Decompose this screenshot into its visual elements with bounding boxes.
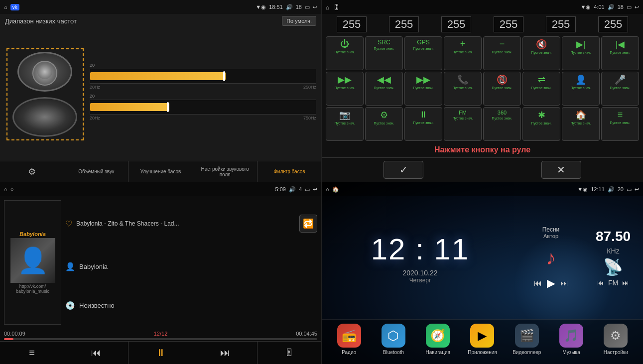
sw-btn-ff[interactable]: ▶▶ Пустое знач. bbox=[326, 72, 364, 106]
app-music[interactable]: 🎵 Музыка bbox=[554, 324, 589, 360]
settings-app-label: Настройки bbox=[604, 350, 628, 355]
home-icon: ⌂ bbox=[4, 4, 7, 10]
slider-1[interactable]: 20 20Hz 250Hz bbox=[90, 69, 316, 90]
vol-up-icon: + bbox=[460, 39, 466, 49]
app-settings[interactable]: ⚙ Настройки bbox=[598, 324, 633, 360]
eq-button[interactable]: 🎚 bbox=[257, 342, 321, 364]
sw-btn-voldn-label: Пустое знач. bbox=[492, 50, 512, 54]
sw-btn-settings2[interactable]: ⚙ Пустое знач. bbox=[365, 107, 403, 141]
sw-btn-360[interactable]: 360 Пустое знач. bbox=[483, 107, 521, 141]
track-name: Babylonia - Zito & The Shacers - Lad... bbox=[76, 220, 179, 227]
sw-btn-prev[interactable]: |◀ Пустое знач. bbox=[601, 36, 639, 70]
status-br-left: ⌂ 🏠 bbox=[326, 186, 339, 193]
media-prev-icon[interactable]: ⏮ bbox=[534, 279, 542, 288]
tab-bass-enhance[interactable]: Улучшение басов bbox=[129, 161, 193, 182]
slider2-handle[interactable] bbox=[167, 102, 169, 112]
status-br-right: ▼◉ 12:11 🔊 20 ▭ ↩ bbox=[577, 186, 639, 193]
sw-btn-camera[interactable]: 📷 Пустое знач. bbox=[326, 107, 364, 141]
slider1-handle[interactable] bbox=[223, 71, 225, 81]
ff-icon: ▶▶ bbox=[338, 74, 352, 85]
sw-btn-fm[interactable]: FM Пустое знач. bbox=[444, 107, 482, 141]
radio-frequency: 87.50 bbox=[596, 229, 631, 244]
sw-btn-hangup[interactable]: 📵 Пустое знач. bbox=[483, 72, 521, 106]
tab-surround[interactable]: Объёмный звук bbox=[64, 161, 129, 182]
vol-val-6: 255 bbox=[598, 16, 628, 32]
sw-btn-power[interactable]: ⏻ Пустое знач. bbox=[326, 36, 364, 70]
app-bluetooth[interactable]: ⬡ Bluetooth bbox=[376, 324, 411, 360]
player-controls: ≡ ⏮ ⏸ ⏭ 🎚 bbox=[0, 341, 321, 364]
vol-val-2: 255 bbox=[389, 16, 419, 32]
play-pause-button[interactable]: ⏸ bbox=[129, 342, 193, 364]
media-labels: Песни Автор bbox=[542, 226, 560, 239]
bluetooth-app-label: Bluetooth bbox=[383, 350, 404, 355]
radio-next-icon[interactable]: ⏭ bbox=[622, 279, 629, 287]
sw-btn-rew[interactable]: ◀◀ Пустое знач. bbox=[365, 72, 403, 106]
signal-icon: ▼◉ bbox=[256, 4, 266, 10]
back-icon-bl[interactable]: ↩ bbox=[313, 186, 317, 193]
progress-bar[interactable] bbox=[4, 338, 317, 340]
shuffle-icon: ⇌ bbox=[538, 74, 545, 85]
media-play-icon[interactable]: ▶ bbox=[547, 277, 555, 290]
sw-cancel-button[interactable]: ✕ bbox=[541, 161, 581, 179]
sw-btn-contact[interactable]: 👤 Пустое знач. bbox=[562, 72, 600, 106]
battery-tr: ▭ bbox=[627, 4, 632, 10]
prev-button[interactable]: ⏮ bbox=[64, 342, 129, 364]
sw-btn-fwd[interactable]: ▶▶ Пустое знач. bbox=[404, 72, 442, 106]
sw-btn-pause[interactable]: ⏸ Пустое знач. bbox=[404, 107, 442, 141]
radio-prev-icon[interactable]: ⏮ bbox=[597, 279, 604, 287]
next-button[interactable]: ⏭ bbox=[193, 342, 257, 364]
sw-btn-gps[interactable]: GPS Пустое знач. bbox=[404, 36, 442, 70]
sw-btn-vol-down[interactable]: − Пустое знач. bbox=[483, 36, 521, 70]
slider1-track[interactable] bbox=[90, 69, 316, 84]
nav-icon: 🧭 bbox=[430, 329, 445, 343]
sw-btn-shuffle[interactable]: ⇌ Пустое знач. bbox=[522, 72, 560, 106]
tab-sound-field[interactable]: Настройки звукового поля bbox=[193, 161, 257, 182]
music-app-icon: 🎵 bbox=[559, 324, 583, 348]
status-right: ▼◉ 18:51 🔊 18 ▭ ↩ bbox=[256, 4, 317, 10]
tab-bass-filter[interactable]: Фильтр басов bbox=[257, 161, 321, 182]
sw-btn-bt[interactable]: ✱ Пустое знач. bbox=[522, 107, 560, 141]
sw-btn-call[interactable]: 📞 Пустое знач. bbox=[444, 72, 482, 106]
app-navigation[interactable]: 🧭 Навигация bbox=[420, 324, 455, 360]
sw-btn-mute[interactable]: 🔇 Пустое знач. bbox=[522, 36, 560, 70]
cancel-icon: ✕ bbox=[557, 164, 565, 176]
sw-btn-src[interactable]: SRC Пустое знач. bbox=[365, 36, 403, 70]
section-title: Диапазон низких частот bbox=[5, 17, 77, 25]
sw-btn-vol-up[interactable]: + Пустое знач. bbox=[444, 36, 482, 70]
sw-btn-prev-label: Пустое знач. bbox=[610, 51, 630, 55]
speaker-bottom bbox=[12, 97, 77, 137]
app-radio[interactable]: 📻 Радио bbox=[332, 324, 367, 360]
volume-icon-bl: 🔊 bbox=[289, 186, 296, 193]
repeat-button[interactable]: 🔁 bbox=[299, 215, 317, 233]
media-next-icon[interactable]: ⏭ bbox=[560, 279, 568, 288]
sw-btn-home2[interactable]: 🏠 Пустое знач. bbox=[562, 107, 600, 141]
status-tr-right: ▼◉ 4:01 🔊 18 ▭ ↩ bbox=[580, 4, 639, 10]
slider2-high: 750Hz bbox=[303, 116, 316, 121]
slider2-track[interactable] bbox=[90, 100, 316, 115]
sw-btn-next[interactable]: ▶| Пустое знач. bbox=[562, 36, 600, 70]
back-icon-tr[interactable]: ↩ bbox=[635, 4, 639, 10]
slider1-value: 20 bbox=[90, 63, 95, 68]
slider1-high: 250Hz bbox=[303, 85, 316, 90]
slider-2[interactable]: 20 20Hz 750Hz bbox=[90, 100, 316, 121]
back-icon[interactable]: ↩ bbox=[313, 4, 317, 10]
sw-confirm-button[interactable]: ✓ bbox=[384, 161, 423, 179]
playlist-button[interactable]: ≡ bbox=[0, 342, 64, 364]
video-app-label: Видеоплеер bbox=[513, 350, 541, 355]
mic-icon: 🎤 bbox=[615, 74, 626, 85]
sw-btn-mic[interactable]: 🎤 Пустое знач. bbox=[601, 72, 639, 106]
eq-icon: ⚙ bbox=[28, 166, 36, 177]
tab-eq-icon[interactable]: ⚙ bbox=[0, 161, 64, 182]
steering-wheel-message: Нажмите кнопку на руле bbox=[322, 142, 643, 157]
app-video[interactable]: 🎬 Видеоплеер bbox=[510, 324, 544, 360]
pause-icon: ⏸ bbox=[419, 110, 428, 120]
sw-btn-menu[interactable]: ≡ Пустое знач. bbox=[601, 107, 639, 141]
album-name: Неизвестно bbox=[79, 302, 115, 309]
media-author: Автор bbox=[542, 233, 560, 239]
radio-icon: 📻 bbox=[342, 329, 357, 343]
back-icon-br[interactable]: ↩ bbox=[635, 186, 639, 193]
app-applications[interactable]: ▶ Приложения bbox=[465, 324, 500, 360]
battery-br: ▭ bbox=[627, 186, 632, 193]
default-button[interactable]: По умолч. bbox=[282, 16, 316, 26]
vol-val-5: 255 bbox=[546, 16, 576, 32]
